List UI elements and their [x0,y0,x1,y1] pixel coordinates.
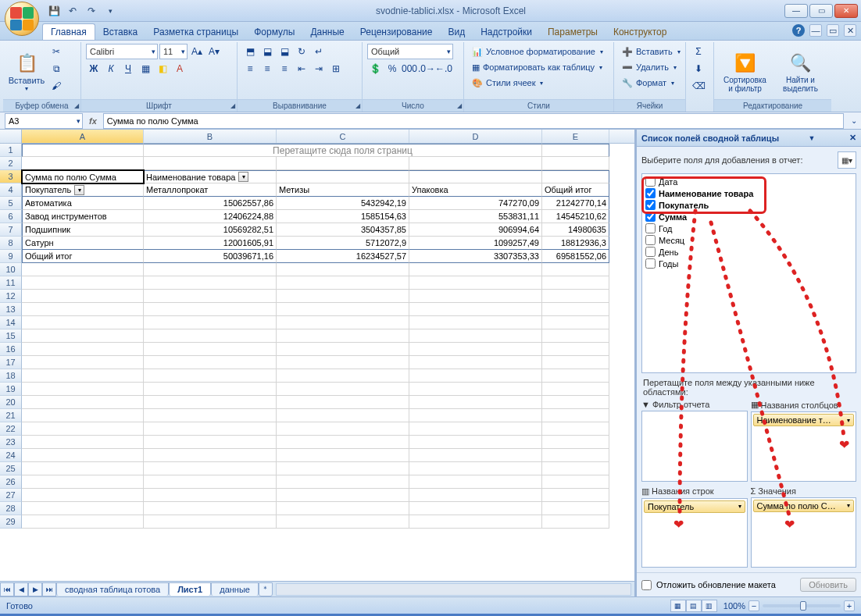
row-header[interactable]: 14 [0,316,22,329]
number-dialog-launcher[interactable]: ◢ [457,100,462,112]
field-checkbox[interactable] [645,176,656,187]
column-filter-dropdown[interactable]: ▾ [238,172,248,182]
field-label[interactable]: Месяц [659,236,684,245]
active-cell[interactable]: Сумма по полю Сумма [22,170,144,183]
row-header[interactable]: 21 [0,409,22,422]
delete-cells-button[interactable]: ➖ Удалить▾ [619,59,681,75]
window-minimize-button[interactable]: ― [784,4,808,18]
row-header[interactable]: 26 [0,475,22,489]
ribbon-tab-design[interactable]: Конструктор [606,24,674,40]
decrease-decimal-icon[interactable]: ←.0 [436,61,452,77]
font-color-icon[interactable]: A [172,61,188,77]
currency-icon[interactable]: 💲 [367,61,383,77]
formula-expand-icon[interactable]: ⌄ [847,116,861,125]
conditional-formatting-button[interactable]: 📊 Условное форматирование▾ [469,44,609,59]
field-checkbox[interactable] [645,235,656,245]
ribbon-tab-addins[interactable]: Надстройки [473,24,540,40]
row-header[interactable]: 7 [0,223,22,237]
area-filter-box[interactable] [641,411,748,482]
view-pagebreak-icon[interactable]: ▥ [702,600,717,612]
decrease-indent-icon[interactable]: ⇤ [294,61,309,77]
view-pagelayout-icon[interactable]: ▤ [686,600,702,612]
sheet-nav-next[interactable]: ▶ [28,582,42,596]
row-header[interactable]: 10 [0,263,22,276]
ribbon-tab-options[interactable]: Параметры [540,24,606,40]
office-button[interactable] [5,2,39,36]
area-rows-box[interactable]: Покупатель▾ [641,498,748,568]
area-values-box[interactable]: Сумма по полю С…▾ [751,497,857,568]
decrease-font-icon[interactable]: A▾ [206,44,222,59]
row-header[interactable]: 2 [0,157,22,170]
increase-indent-icon[interactable]: ⇥ [311,61,327,77]
bold-icon[interactable]: Ж [86,61,102,77]
row-header[interactable]: 16 [0,343,22,356]
format-painter-icon[interactable]: 🖌 [48,78,64,94]
format-cells-button[interactable]: 🔧 Формат▾ [619,75,681,91]
format-as-table-button[interactable]: ▦ Форматировать как таблицу▾ [469,59,609,75]
clear-icon[interactable]: ⌫ [691,78,706,94]
align-middle-icon[interactable]: ⬓ [259,44,275,59]
row-header[interactable]: 3 [0,170,22,183]
doc-minimize-button[interactable]: ― [809,24,822,37]
field-checkbox[interactable] [645,223,656,233]
sort-filter-button[interactable]: 🔽 Сортировка и фильтр [719,44,771,99]
qat-customize-icon[interactable]: ▾ [103,4,117,18]
col-header-b[interactable]: B [144,130,277,143]
col-header-a[interactable]: A [22,130,144,143]
sheet-tab[interactable]: сводная таблица готова [56,582,169,596]
sheet-tab[interactable]: данные [211,582,259,596]
field-checkbox[interactable] [645,200,656,210]
chip-rows[interactable]: Покупатель▾ [644,500,745,513]
field-label[interactable]: Покупатель [659,201,709,210]
align-bottom-icon[interactable]: ⬓ [277,44,292,59]
align-center-icon[interactable]: ≡ [259,61,275,77]
field-checkbox[interactable] [645,188,656,198]
sheet-nav-prev[interactable]: ◀ [14,582,28,596]
fx-icon[interactable]: fx [89,116,97,126]
chip-columns[interactable]: Наименование т…▾ [753,414,855,426]
comma-icon[interactable]: 000 [402,61,417,77]
row-header[interactable]: 28 [0,502,22,515]
zoom-level[interactable]: 100% [723,601,745,611]
ribbon-tab-data[interactable]: Данные [302,24,352,40]
defer-layout-checkbox[interactable] [641,580,652,590]
row-header[interactable]: 1 [0,144,22,157]
window-maximize-button[interactable]: ▭ [809,4,833,18]
new-sheet-icon[interactable]: ＊ [259,582,273,596]
field-checkbox[interactable] [645,212,656,222]
chip-values[interactable]: Сумма по полю С…▾ [753,500,855,512]
zoom-out-button[interactable]: − [748,600,759,611]
merge-icon[interactable]: ⊞ [328,61,344,77]
col-header-c[interactable]: C [277,130,409,143]
insert-cells-button[interactable]: ➕ Вставить▾ [619,44,681,59]
font-dialog-launcher[interactable]: ◢ [230,100,235,112]
paste-button[interactable]: 📋 Вставить ▾ [8,44,45,99]
row-header[interactable]: 24 [0,449,22,462]
fill-icon[interactable]: ⬇ [691,61,706,77]
align-right-icon[interactable]: ≡ [277,61,292,77]
italic-icon[interactable]: К [103,61,119,77]
sheet-nav-first[interactable]: ⏮ [0,582,14,596]
align-dialog-launcher[interactable]: ◢ [355,100,360,112]
col-header-e[interactable]: E [542,130,609,143]
row-header[interactable]: 27 [0,489,22,502]
increase-decimal-icon[interactable]: .0→ [419,61,434,77]
doc-close-button[interactable]: ✕ [844,24,856,37]
row-header[interactable]: 8 [0,237,22,250]
cut-icon[interactable]: ✂ [48,44,64,59]
field-label[interactable]: Дата [659,177,677,187]
font-size-combo[interactable]: 11 [159,44,188,59]
fieldlist-layout-button[interactable]: ▦▾ [838,151,856,169]
clipboard-dialog-launcher[interactable]: ◢ [74,100,79,112]
name-box[interactable]: A3 [5,113,83,129]
font-name-combo[interactable]: Calibri [86,44,158,59]
ribbon-tab-review[interactable]: Рецензирование [352,24,441,40]
field-label[interactable]: День [659,247,678,257]
row-field-header[interactable]: Покупатель▾ [22,183,144,197]
row-header[interactable]: 15 [0,329,22,343]
update-button[interactable]: Обновить [800,578,856,592]
horizontal-scrollbar[interactable] [276,583,631,596]
zoom-slider[interactable] [763,604,841,607]
row-header[interactable]: 9 [0,250,22,263]
find-select-button[interactable]: 🔍 Найти и выделить [774,44,827,99]
